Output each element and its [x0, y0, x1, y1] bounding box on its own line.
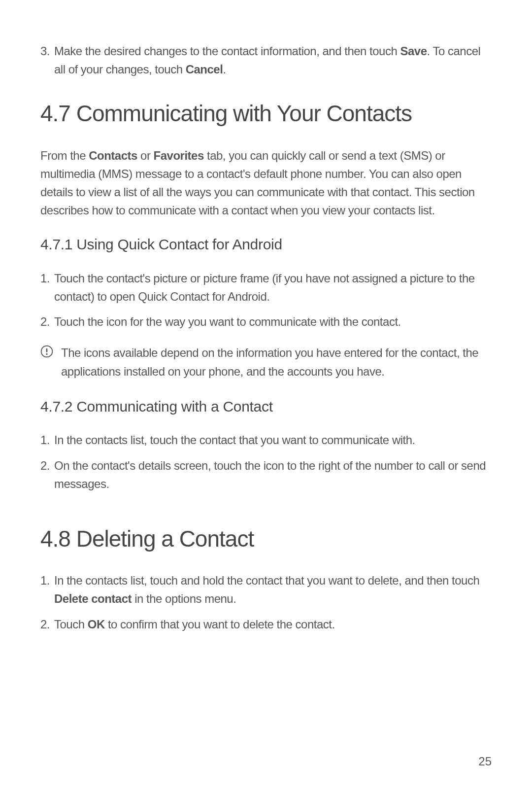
- note-block: The icons available depend on the inform…: [40, 344, 492, 380]
- section-4-7-heading: 4.7 Communicating with Your Contacts: [40, 96, 492, 131]
- document-content: 3. Make the desired changes to the conta…: [40, 42, 492, 633]
- s48-list-item-1: 1. In the contacts list, touch and hold …: [40, 571, 492, 608]
- svg-point-2: [46, 353, 47, 355]
- section-4-8-heading: 4.8 Deleting a Contact: [40, 521, 492, 556]
- list-text: In the contacts list, touch and hold the…: [54, 571, 492, 608]
- list-number: 2.: [40, 456, 54, 493]
- section-4-7-1-heading: 4.7.1 Using Quick Contact for Android: [40, 233, 492, 256]
- list-number: 1.: [40, 269, 54, 306]
- list-text: Make the desired changes to the contact …: [54, 42, 492, 78]
- list-number: 2.: [40, 312, 54, 331]
- s471-list-item-1: 1. Touch the contact's picture or pictur…: [40, 269, 492, 306]
- list-text: In the contacts list, touch the contact …: [54, 431, 492, 449]
- list-text: On the contact's details screen, touch t…: [54, 456, 492, 493]
- page-number: 25: [478, 755, 492, 768]
- list-text: Touch the icon for the way you want to c…: [54, 312, 492, 331]
- list-text: Touch the contact's picture or picture f…: [54, 269, 492, 306]
- list-text: Touch OK to confirm that you want to del…: [54, 615, 492, 633]
- section-4-7-2-heading: 4.7.2 Communicating with a Contact: [40, 395, 492, 418]
- svg-rect-1: [46, 348, 48, 352]
- s48-list-item-2: 2. Touch OK to confirm that you want to …: [40, 615, 492, 633]
- s472-list-item-1: 1. In the contacts list, touch the conta…: [40, 431, 492, 449]
- list-number: 2.: [40, 615, 54, 633]
- list-number: 1.: [40, 431, 54, 449]
- list-number: 3.: [40, 42, 54, 78]
- intro-list-item-3: 3. Make the desired changes to the conta…: [40, 42, 492, 78]
- section-4-7-paragraph: From the Contacts or Favorites tab, you …: [40, 146, 492, 220]
- s472-list-item-2: 2. On the contact's details screen, touc…: [40, 456, 492, 493]
- note-text: The icons available depend on the inform…: [56, 344, 492, 380]
- s471-list-item-2: 2. Touch the icon for the way you want t…: [40, 312, 492, 331]
- info-icon: [40, 345, 56, 362]
- list-number: 1.: [40, 571, 54, 608]
